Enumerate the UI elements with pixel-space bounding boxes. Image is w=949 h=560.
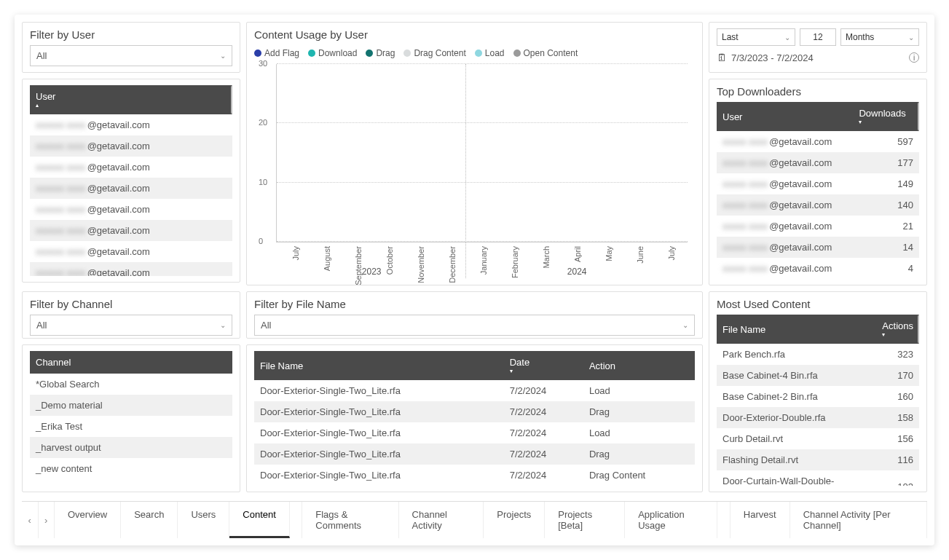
tab-projects[interactable]: Projects [484, 502, 545, 538]
table-row[interactable]: xxxxxx xxxx@getavail.com [30, 199, 232, 220]
most-used-table: File Name Actions▾ Park Bench.rfa323Base… [717, 315, 919, 486]
table-row[interactable]: Door-Exterior-Single-Two_Lite.rfa [254, 443, 504, 465]
most-used-file-header[interactable]: File Name [717, 315, 876, 344]
tab-channel-activity-per-channel-[interactable]: Channel Activity [Per Channel] [790, 502, 927, 538]
scrollbar[interactable] [918, 315, 919, 344]
table-row[interactable]: xxxxxx xxxx@getavail.com [30, 135, 232, 157]
table-row[interactable]: Door-Exterior-Single-Two_Lite.rfa [254, 422, 504, 443]
table-row[interactable]: Base Cabinet-2 Bin.rfa [717, 386, 876, 407]
top-dl-title: Top Downloaders [717, 85, 919, 98]
table-row[interactable]: xxxxxx xxxx@getavail.com [30, 157, 232, 178]
table-row[interactable]: Door-Curtain-Wall-Double-Storefront.rfa [717, 470, 876, 486]
user-table: User▴ xxxxxx xxxx@getavail.comxxxxxx xxx… [30, 85, 232, 276]
most-used-title: Most Used Content [717, 298, 919, 310]
channel-header[interactable]: Channel [30, 351, 232, 374]
tab-application-usage[interactable]: Application Usage [625, 502, 717, 538]
table-row[interactable]: _harvest output [30, 437, 232, 458]
file-table: File Name Date▾ Action Door-Exterior-Sin… [254, 351, 695, 486]
legend-item[interactable]: Download [308, 48, 357, 58]
table-row[interactable]: xxxxx xxxx@getavail.com [717, 173, 853, 194]
tab-channel-activity[interactable]: Channel Activity [399, 502, 484, 538]
chevron-down-icon: ⌄ [220, 321, 226, 329]
table-row[interactable]: xxxxx xxxx@getavail.com [717, 216, 853, 237]
table-row[interactable]: xxxxx xxxx@getavail.com [717, 258, 853, 279]
filter-by-user-panel: Filter by User All ⌄ [22, 22, 240, 73]
filter-user-dropdown[interactable]: All ⌄ [30, 45, 232, 66]
chart-legend: Add FlagDownloadDragDrag ContentLoadOpen… [254, 48, 695, 58]
tab-next-arrow[interactable]: › [39, 502, 55, 538]
table-row[interactable]: xxxxx xxxx@getavail.com [717, 194, 853, 216]
table-row[interactable]: Door-Exterior-Single-Two_Lite.rfa [254, 380, 504, 401]
table-row[interactable]: Curb Detail.rvt [717, 428, 876, 449]
report-tabs: ‹ › OverviewSearchUsersContentFlags & Co… [22, 501, 927, 538]
top-downloaders-panel: Top Downloaders User Downloads▾ xxxxx xx… [709, 79, 927, 285]
chart-title: Content Usage by User [254, 28, 695, 41]
top-dl-count-header[interactable]: Downloads▾ [853, 102, 919, 131]
file-date-header[interactable]: Date▾ [504, 351, 583, 380]
legend-item[interactable]: Drag Content [403, 48, 465, 58]
tab-projects-beta-[interactable]: Projects [Beta] [545, 502, 625, 538]
table-row[interactable]: Door-Exterior-Single-Two_Lite.rfa [254, 401, 504, 422]
scrollbar[interactable] [231, 85, 232, 114]
date-range-text: 7/3/2023 - 7/2/2024 [731, 52, 814, 63]
table-row[interactable]: Park Bench.rfa [717, 344, 876, 365]
chart-area: 0102030JulyAugustSeptemberOctoberNovembe… [276, 64, 688, 242]
filter-file-dropdown[interactable]: All ⌄ [254, 315, 695, 336]
date-count-input[interactable]: 12 [800, 28, 836, 46]
tab-prev-arrow[interactable]: ‹ [22, 502, 39, 538]
date-range-panel: Last⌄ 12 Months⌄ 🗓 7/3/2023 - 7/2/2024 i [709, 22, 927, 73]
tab-search[interactable]: Search [121, 502, 178, 538]
date-last-dropdown[interactable]: Last⌄ [717, 28, 795, 46]
tab-harvest[interactable]: Harvest [731, 502, 790, 538]
chevron-down-icon: ⌄ [220, 52, 226, 60]
table-row[interactable]: Door-Exterior-Double.rfa [717, 407, 876, 428]
tab-content[interactable]: Content [229, 502, 290, 538]
legend-item[interactable]: Add Flag [254, 48, 299, 58]
info-icon[interactable]: i [909, 52, 919, 63]
table-row[interactable]: xxxxxx xxxx@getavail.com [30, 262, 232, 276]
table-row[interactable]: Base Cabinet-4 Bin.rfa [717, 365, 876, 386]
table-row[interactable]: Flashing Detail.rvt [717, 449, 876, 470]
content-usage-chart-panel: Content Usage by User Add FlagDownloadDr… [246, 22, 703, 285]
calendar-icon: 🗓 [717, 52, 727, 63]
table-row[interactable]: xxxxx xxxx@getavail.com [717, 131, 853, 152]
tab-users[interactable]: Users [178, 502, 229, 538]
table-row[interactable]: xxxxxx xxxx@getavail.com [30, 220, 232, 241]
table-row[interactable]: xxxxx xxxx@getavail.com [717, 152, 853, 173]
file-action-header[interactable]: Action [583, 351, 695, 380]
most-used-panel: Most Used Content File Name Actions▾ Par… [709, 291, 927, 492]
filter-user-title: Filter by User [30, 28, 232, 41]
chevron-down-icon: ⌄ [682, 321, 688, 329]
channel-table: Channel *Global Search_Demo material_Eri… [30, 351, 232, 479]
filter-channel-value: All [36, 320, 47, 331]
table-row[interactable]: xxxxxx xxxx@getavail.com [30, 114, 232, 135]
top-dl-user-header[interactable]: User [717, 102, 853, 131]
table-row[interactable]: _Erika Test [30, 416, 232, 437]
scrollbar[interactable] [918, 102, 919, 131]
table-row[interactable]: _new content [30, 458, 232, 479]
filter-file-title: Filter by File Name [254, 298, 695, 310]
table-row[interactable]: xxxxxx xxxx@getavail.com [30, 241, 232, 262]
tab-overview[interactable]: Overview [55, 502, 121, 538]
table-row[interactable]: *Global Search [30, 374, 232, 395]
filter-file-value: All [261, 320, 271, 331]
filter-by-channel-panel: Filter by Channel All ⌄ [22, 291, 240, 339]
file-name-header[interactable]: File Name [254, 351, 504, 380]
filter-by-file-panel: Filter by File Name All ⌄ [246, 291, 703, 339]
filter-user-value: All [36, 50, 47, 61]
legend-item[interactable]: Open Content [513, 48, 578, 58]
date-unit-dropdown[interactable]: Months⌄ [840, 28, 919, 46]
legend-item[interactable]: Drag [366, 48, 395, 58]
table-row[interactable]: Door-Exterior-Single-Two_Lite.rfa [254, 465, 504, 486]
table-row[interactable]: _Demo material [30, 395, 232, 416]
user-list-panel: User▴ xxxxxx xxxx@getavail.comxxxxxx xxx… [22, 79, 240, 283]
file-list-panel: File Name Date▾ Action Door-Exterior-Sin… [246, 344, 703, 492]
table-row[interactable]: xxxxxx xxxx@getavail.com [30, 178, 232, 199]
legend-item[interactable]: Load [475, 48, 505, 58]
most-used-actions-header[interactable]: Actions▾ [876, 315, 919, 344]
tab-flags-comments[interactable]: Flags & Comments [302, 502, 398, 538]
top-dl-table: User Downloads▾ xxxxx xxxx@getavail.com5… [717, 102, 919, 279]
filter-channel-dropdown[interactable]: All ⌄ [30, 315, 232, 336]
table-row[interactable]: xxxxx xxxx@getavail.com [717, 237, 853, 258]
user-header[interactable]: User▴ [30, 85, 232, 114]
